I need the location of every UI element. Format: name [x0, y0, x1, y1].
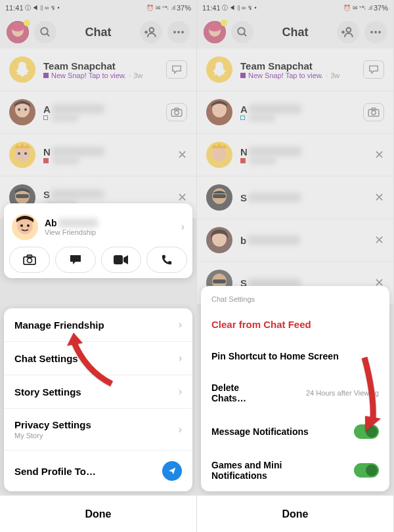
- redacted-name: [58, 218, 98, 228]
- camera-button[interactable]: [166, 103, 187, 121]
- delete-chats-item[interactable]: Delete Chats… 24 Hours after Viewing: [201, 372, 389, 414]
- left-screenshot: 11:41 ⓘ ◀ ‖ ∞ ↯ • ⏰ ✉ ᵛᵒᵢ .ıl 37% Chat: [0, 0, 197, 532]
- games-mini-notifications-item[interactable]: Games and Mini Notifications: [201, 449, 389, 491]
- friend-avatar: [206, 99, 232, 125]
- chat-item-team-snapchat[interactable]: Team Snapchat New Snap! Tap to view. · 3…: [0, 49, 196, 91]
- pin-shortcut-item[interactable]: Pin Shortcut to Home Screen: [201, 340, 389, 372]
- story-settings-item[interactable]: Story Settings ›: [4, 375, 192, 409]
- video-call-button[interactable]: [101, 247, 142, 273]
- status-icons-left: ⓘ ◀ ‖ ∞ ↯ •: [222, 4, 257, 12]
- status-bar: 11:41 ⓘ ◀ ‖ ∞ ↯ • ⏰ ✉ ᵛᵒᵢ .ıl 37%: [197, 0, 393, 16]
- games-notifications-toggle[interactable]: [354, 463, 379, 478]
- svg-point-13: [24, 108, 27, 111]
- redacted-name: [249, 147, 301, 156]
- chat-list: Team Snapchat New Snap! Tap to view. · 3…: [197, 49, 393, 304]
- svg-line-33: [244, 33, 246, 36]
- item-label: Delete Chats…: [211, 382, 264, 403]
- more-button[interactable]: [167, 21, 190, 43]
- profile-row[interactable]: Ab View Friendship ›: [9, 209, 187, 247]
- add-friend-button[interactable]: [337, 21, 359, 43]
- svg-point-37: [370, 31, 373, 33]
- done-label: Done: [85, 508, 112, 520]
- chat-item[interactable]: A: [0, 91, 196, 134]
- chevron-right-icon: ›: [179, 319, 182, 331]
- svg-point-18: [18, 152, 20, 155]
- done-button[interactable]: Done: [0, 495, 196, 532]
- header-title: Chat: [85, 26, 112, 39]
- redacted-name: [51, 190, 104, 199]
- reply-button[interactable]: [166, 60, 187, 79]
- chat-item[interactable]: A: [197, 91, 393, 134]
- menu-label: Send Profile To…: [14, 466, 96, 477]
- redacted-name: [52, 147, 104, 156]
- camera-action-button[interactable]: [9, 247, 50, 273]
- chat-settings-item[interactable]: Chat Settings ›: [4, 342, 192, 375]
- chat-item[interactable]: N ✕: [0, 134, 196, 176]
- svg-point-3: [41, 28, 48, 35]
- friend-profile-sheet: Ab View Friendship ›: [4, 203, 192, 278]
- svg-rect-16: [175, 108, 179, 110]
- item-label: Clear from Chat Feed: [211, 319, 311, 330]
- status-battery: 37%: [374, 4, 388, 12]
- svg-point-42: [372, 111, 376, 115]
- audio-call-button[interactable]: [146, 247, 187, 273]
- chevron-right-icon: ›: [179, 352, 182, 364]
- profile-avatar-button[interactable]: [7, 21, 29, 43]
- svg-point-10: [181, 31, 184, 33]
- status-signal: ⏰ ✉ ᵛᵒᵢ .ıl: [146, 5, 175, 11]
- reply-button[interactable]: [363, 60, 384, 79]
- dismiss-button[interactable]: ✕: [374, 233, 384, 247]
- sheet-title: Chat Settings: [201, 293, 389, 308]
- dismiss-button[interactable]: ✕: [177, 148, 187, 162]
- menu-label: Story Settings: [14, 386, 81, 398]
- menu-label: Chat Settings: [14, 353, 78, 364]
- menu-label: Privacy Settings: [14, 419, 91, 430]
- more-button[interactable]: [364, 21, 387, 43]
- status-time: 11:41: [5, 4, 24, 12]
- chat-name: S: [43, 189, 50, 200]
- chat-name: Team Snapchat: [43, 60, 158, 72]
- search-button[interactable]: [231, 21, 253, 43]
- chevron-right-icon: ›: [179, 386, 182, 398]
- camera-button[interactable]: [363, 103, 384, 121]
- chat-indicator: [43, 158, 49, 163]
- chat-item-team-snapchat[interactable]: Team Snapchat New Snap! Tap to view. · 3…: [197, 49, 393, 91]
- chat-action-button[interactable]: [55, 247, 96, 273]
- svg-point-34: [347, 28, 351, 32]
- chat-list: Team Snapchat New Snap! Tap to view. · 3…: [0, 49, 196, 219]
- chat-name: A: [240, 104, 248, 115]
- redacted-name: [248, 235, 300, 245]
- chat-indicator: [43, 115, 48, 120]
- message-notifications-toggle[interactable]: [354, 424, 379, 439]
- chat-settings-sheet: Chat Settings Clear from Chat Feed Pin S…: [201, 286, 389, 491]
- chat-item[interactable]: N ✕: [197, 134, 393, 176]
- svg-point-32: [238, 28, 245, 35]
- send-profile-item[interactable]: Send Profile To…: [4, 451, 192, 491]
- add-friend-button[interactable]: [140, 21, 162, 43]
- friend-avatar: [206, 142, 232, 168]
- svg-rect-21: [16, 194, 29, 198]
- team-snapchat-avatar: [206, 56, 232, 83]
- chevron-right-icon: ›: [179, 424, 182, 436]
- redacted-status: [53, 157, 79, 164]
- chat-item[interactable]: S ✕: [197, 176, 393, 219]
- team-snapchat-avatar: [9, 56, 35, 83]
- svg-point-12: [18, 108, 20, 111]
- privacy-settings-item[interactable]: Privacy Settings My Story ›: [4, 409, 192, 451]
- message-notifications-item[interactable]: Message Notifications: [201, 414, 389, 449]
- new-snap-indicator: [240, 73, 246, 78]
- svg-point-23: [20, 224, 23, 227]
- dismiss-button[interactable]: ✕: [374, 190, 384, 205]
- profile-avatar-button[interactable]: [204, 21, 226, 43]
- chat-item[interactable]: b ✕: [197, 219, 393, 262]
- header-title: Chat: [282, 26, 309, 39]
- chat-name: N: [240, 146, 248, 157]
- search-button[interactable]: [34, 21, 56, 43]
- dismiss-button[interactable]: ✕: [374, 148, 384, 162]
- svg-point-38: [374, 31, 377, 33]
- dismiss-button[interactable]: ✕: [177, 190, 187, 205]
- status-icons-left: ⓘ ◀ ‖ ∞ ↯ •: [25, 4, 60, 12]
- done-button[interactable]: Done: [197, 495, 393, 532]
- manage-friendship-item[interactable]: Manage Friendship ›: [4, 308, 192, 342]
- clear-from-chat-feed-item[interactable]: Clear from Chat Feed: [201, 308, 389, 340]
